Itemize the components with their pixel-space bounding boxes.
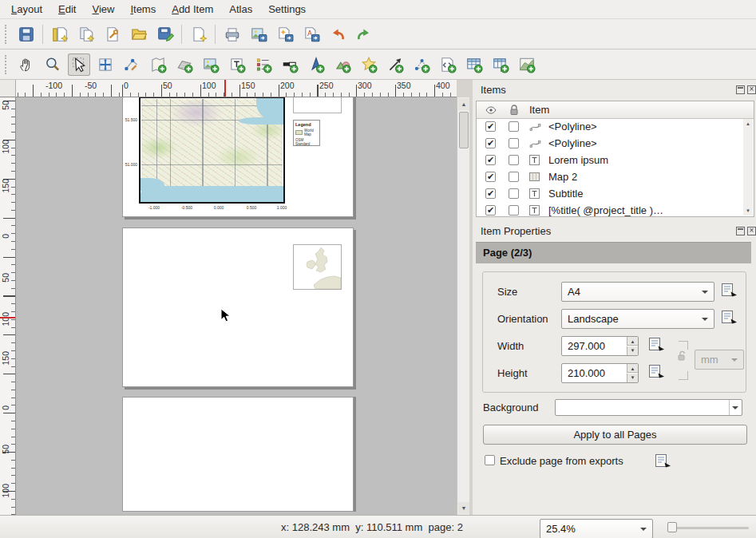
add-shape-button[interactable] [331,53,354,76]
save-button[interactable] [15,23,38,45]
toolbar-handle[interactable] [5,25,8,44]
export-image-button[interactable] [247,23,270,45]
add-items-from-template-button[interactable] [188,23,210,45]
redo-button[interactable] [353,23,375,45]
data-defined-override-icon[interactable] [719,282,740,298]
add-arrow-button[interactable] [384,53,406,76]
exclude-page-checkbox[interactable] [485,455,495,465]
move-item-content-button[interactable] [94,53,117,76]
map-2-item[interactable] [293,244,342,290]
add-3d-map-button[interactable] [173,53,196,76]
select-move-item-button[interactable] [68,53,90,76]
item-row-polyline-2[interactable]: ✔ <Polyline> [477,135,742,152]
lock-checkbox[interactable] [509,188,519,199]
spin-up-button[interactable]: ▲ [627,337,638,346]
spin-down-button[interactable]: ▼ [627,374,638,382]
visibility-checkbox[interactable]: ✔ [485,121,496,132]
data-defined-override-icon[interactable] [647,363,667,379]
menu-add-item[interactable]: Add Item [164,1,221,18]
new-layout-button[interactable] [49,23,71,45]
legend-item[interactable]: Legend World Map OSM Standard [293,120,320,146]
canvas-vertical-scrollbar[interactable]: ▲ ▼ [457,97,469,515]
load-template-button[interactable] [128,23,150,45]
add-label-button[interactable] [226,53,248,76]
float-panel-button[interactable] [736,85,745,94]
print-button[interactable] [221,23,243,45]
menu-layout[interactable]: Layout [3,1,50,18]
visibility-checkbox[interactable]: ✔ [485,155,496,165]
scroll-down-button[interactable]: ▼ [458,502,469,514]
add-map-button[interactable] [147,53,169,76]
export-pdf-button[interactable]: A [300,23,323,45]
add-elevation-profile-button[interactable] [516,53,538,76]
add-attribute-table-button[interactable] [463,53,485,76]
item-row-subtitle[interactable]: ✔ Subtitle [477,185,742,202]
item-row-map-2[interactable]: ✔ Map 2 [477,168,742,185]
zoom-slider-handle[interactable] [667,522,677,532]
zoom-slider-track[interactable] [667,527,749,529]
scroll-down-button[interactable]: ▼ [743,206,753,216]
item-row-project-title[interactable]: ✔ [%title( @project_title )… [477,202,742,217]
visibility-checkbox[interactable]: ✔ [485,138,496,148]
add-html-button[interactable] [437,53,459,76]
visibility-checkbox[interactable]: ✔ [485,205,496,216]
item-row-polyline-1[interactable]: ✔ <Polyline> [477,118,742,135]
menu-settings[interactable]: Settings [260,1,314,18]
menu-view[interactable]: View [84,1,122,18]
items-list-scrollbar[interactable]: ▲ ▼ [743,119,753,216]
empty-label-item[interactable] [293,97,342,113]
color-dropdown-arrow[interactable] [729,400,742,415]
width-spinbox[interactable]: 297.000 ▲ ▼ [561,336,639,356]
duplicate-layout-button[interactable] [75,23,97,45]
close-panel-button[interactable]: × [747,227,756,235]
pan-tool-button[interactable] [15,53,38,76]
undo-button[interactable] [327,23,349,45]
lock-checkbox[interactable] [509,172,519,182]
unlock-ratio-icon[interactable] [677,350,687,362]
data-defined-override-icon[interactable] [653,453,674,469]
lock-checkbox[interactable] [509,205,519,216]
spin-down-button[interactable]: ▼ [627,346,638,355]
zoom-tool-button[interactable] [42,53,64,76]
apply-to-all-pages-button[interactable]: Apply to all Pages [483,425,747,445]
scroll-up-button[interactable]: ▲ [458,98,469,110]
add-node-item-button[interactable] [410,53,433,76]
layout-page-1[interactable]: 51.500 51.000 -1.000 -0.500 0.000 0.500 … [122,97,354,217]
layout-canvas[interactable]: 51.500 51.000 -1.000 -0.500 0.000 0.500 … [16,97,457,515]
visibility-checkbox[interactable]: ✔ [485,188,496,199]
add-picture-button[interactable] [200,53,222,76]
data-defined-override-icon[interactable] [647,336,667,352]
page-size-combo[interactable]: A4 [561,282,714,302]
add-legend-button[interactable] [252,53,275,76]
add-north-arrow-button[interactable] [305,53,327,76]
visibility-checkbox[interactable]: ✔ [485,172,496,182]
zoom-level-combo[interactable]: 25.4% [540,519,653,538]
toolbar-handle[interactable] [5,55,8,74]
lock-checkbox[interactable] [509,138,519,148]
height-spinbox[interactable]: 210.000 ▲ ▼ [561,363,639,383]
spin-up-button[interactable]: ▲ [627,364,638,373]
layout-page-2[interactable] [122,227,354,387]
menu-items[interactable]: Items [122,1,164,18]
float-panel-button[interactable] [736,227,745,235]
scroll-up-button[interactable]: ▲ [743,119,753,129]
lock-checkbox[interactable] [509,155,519,165]
edit-nodes-button[interactable] [121,53,143,76]
menu-atlas[interactable]: Atlas [221,1,260,18]
orientation-combo[interactable]: Landscape [561,309,714,329]
lock-checkbox[interactable] [509,121,519,132]
add-fixed-table-button[interactable] [489,53,512,76]
scrollbar-thumb[interactable] [459,112,469,148]
map-item[interactable] [139,97,285,204]
add-scalebar-button[interactable] [279,53,301,76]
item-row-lorem-ipsum[interactable]: ✔ Lorem ipsum [477,152,742,168]
add-marker-button[interactable] [358,53,380,76]
layout-page-3[interactable] [122,397,354,512]
close-panel-button[interactable]: × [747,85,756,94]
data-defined-override-icon[interactable] [719,309,740,325]
menu-edit[interactable]: Edit [50,1,84,18]
save-template-button[interactable] [154,23,176,45]
layout-manager-button[interactable] [101,23,124,45]
export-svg-button[interactable] [274,23,296,45]
background-color-button[interactable] [555,399,742,416]
